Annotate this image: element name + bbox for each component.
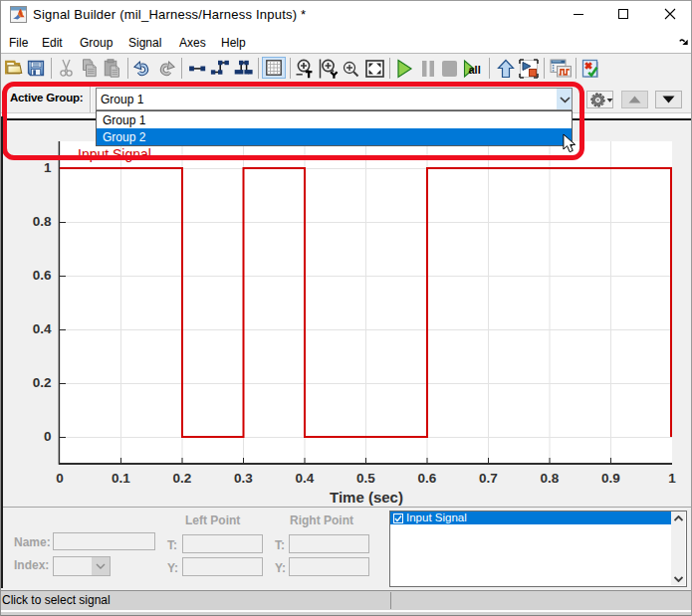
- svg-text:all: all: [469, 64, 481, 76]
